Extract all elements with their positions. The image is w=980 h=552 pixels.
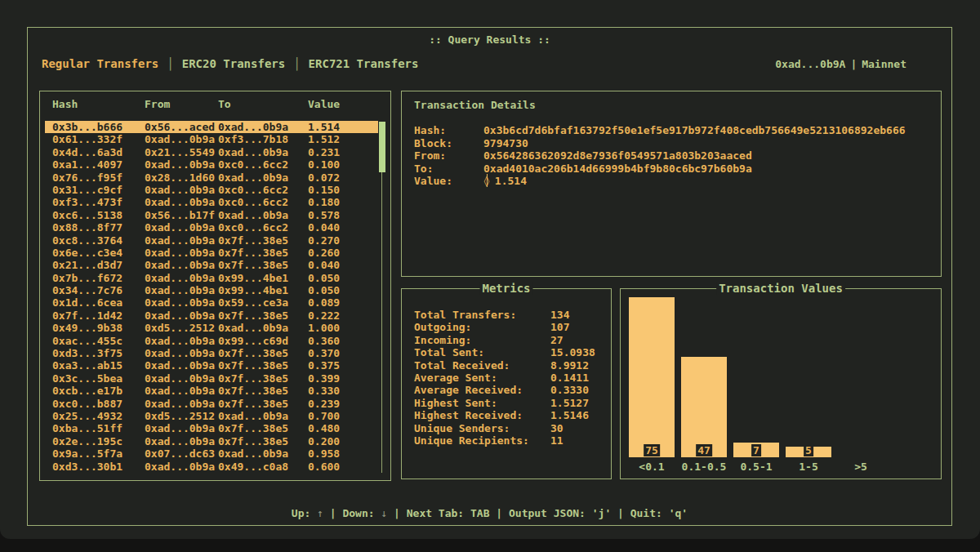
cell-from: 0x28...1d60 [145, 171, 218, 184]
tab-regular-transfers[interactable]: Regular Transfers [42, 57, 158, 70]
chart-title: Transaction Values [716, 282, 845, 295]
column-header-to: To [218, 98, 308, 110]
tab-erc721-transfers[interactable]: ERC721 Transfers [309, 57, 419, 70]
help-label: Next Tab: [407, 507, 470, 519]
metrics-panel: Metrics Total Transfers:134Outgoing:107I… [401, 288, 612, 479]
metric-row: Total Transfers:134 [414, 309, 604, 321]
table-row[interactable]: 0xa3...ab150xad...0b9a0x7f...38e50.375 [45, 359, 378, 372]
cell-hash: 0xa1...4097 [52, 158, 145, 171]
table-row[interactable]: 0x61...332f0xad...0b9a0xf3...7b181.512 [45, 133, 378, 145]
scrollbar[interactable] [379, 122, 385, 473]
help-bar: Up: ↑ | Down: ↓ | Next Tab: TAB | Output… [28, 507, 951, 519]
table-row[interactable]: 0x7b...f6720xad...0b9a0x99...4be10.050 [45, 272, 378, 284]
chart-x-label: <0.1 [626, 461, 678, 473]
table-row[interactable]: 0x21...d3d70xad...0b9a0x7f...38e50.040 [45, 259, 378, 271]
transfers-table-header: HashFromToValue [45, 98, 378, 110]
table-row[interactable]: 0x3c...5bea0xad...0b9a0x7f...38e50.399 [45, 372, 378, 385]
table-row[interactable]: 0x6e...c3e40xad...0b9a0x7f...38e50.260 [45, 247, 378, 259]
chart-x-label: 0.1-0.5 [678, 461, 730, 473]
cell-from: 0xad...0b9a [145, 184, 218, 196]
column-header-from: From [145, 98, 218, 110]
table-row[interactable]: 0x49...9b380xd5...25120xad...0b9a1.000 [45, 322, 378, 334]
table-row[interactable]: 0xcb...e17b0xad...0b9a0x7f...38e50.330 [45, 385, 378, 397]
metric-value: 134 [550, 309, 569, 321]
cell-value: 1.000 [308, 322, 378, 334]
metric-label: Average Received: [414, 384, 550, 396]
cell-hash: 0x9a...5f7a [52, 447, 145, 460]
metric-row: Highest Received:1.5146 [414, 409, 604, 421]
transfers-table-body[interactable]: 0x3b...b6660x56...aced0xad...0b9a1.5140x… [45, 121, 378, 473]
table-row[interactable]: 0x34...7c760xad...0b9a0x99...4be10.050 [45, 284, 378, 296]
table-row[interactable]: 0x9a...5f7a0x07...dc630xad...0b9a0.958 [45, 447, 378, 460]
detail-label: Hash: [414, 124, 483, 137]
eth-symbol-icon: ◊ [483, 175, 490, 188]
table-row[interactable]: 0xc6...51380x56...b17f0xad...0b9a0.578 [45, 209, 378, 221]
cell-to: 0x7f...38e5 [218, 309, 308, 322]
table-row[interactable]: 0x4d...6a3d0x21...55490xad...0b9a0.231 [45, 146, 378, 158]
cell-to: 0x7f...38e5 [218, 234, 308, 247]
help-key: 'j' [592, 507, 611, 519]
table-row[interactable]: 0xd3...3f750xad...0b9a0x7f...38e50.370 [45, 347, 378, 359]
scrollbar-thumb[interactable] [379, 122, 385, 172]
table-row[interactable]: 0x31...c9cf0xad...0b9a0xc0...6cc20.150 [45, 184, 378, 196]
cell-to: 0xad...0b9a [218, 121, 308, 133]
cell-hash: 0xc8...3764 [52, 234, 145, 247]
cell-value: 0.089 [308, 296, 378, 309]
cell-value: 0.040 [308, 221, 378, 234]
table-row[interactable]: 0x2e...195c0xad...0b9a0x7f...38e50.200 [45, 435, 378, 447]
cell-hash: 0x76...f95f [52, 171, 145, 184]
cell-from: 0xad...0b9a [145, 234, 218, 247]
detail-value: 0x3b6cd7d6bfaf163792f50e1ef5e917b972f408… [483, 124, 906, 137]
cell-value: 0.600 [308, 461, 378, 473]
cell-hash: 0x31...c9cf [52, 184, 145, 196]
chart-bar [629, 297, 675, 457]
cell-hash: 0x49...9b38 [52, 322, 145, 334]
chart-bar-slot: 75 [626, 297, 678, 457]
help-label: Output JSON: [509, 507, 592, 519]
table-row[interactable]: 0xc0...b8870xad...0b9a0x7f...38e50.239 [45, 398, 378, 410]
metric-label: Incoming: [414, 334, 550, 346]
metric-value: 27 [550, 334, 564, 346]
cell-value: 0.100 [308, 158, 378, 171]
table-row[interactable]: 0x3b...b6660x56...aced0xad...0b9a1.514 [45, 121, 378, 133]
help-separator: | [387, 507, 406, 519]
terminal-surface: :: Query Results :: Regular Transfers│ER… [0, 0, 980, 539]
metric-row: Highest Sent:1.5127 [414, 397, 604, 409]
help-separator: | [490, 507, 509, 519]
table-row[interactable]: 0xa1...40970xad...0b9a0xc0...6cc20.100 [45, 158, 378, 171]
cell-value: 0.072 [308, 171, 378, 184]
cell-hash: 0x61...332f [52, 133, 145, 145]
table-row[interactable]: 0x1d...6cea0xad...0b9a0x59...ce3a0.089 [45, 296, 378, 309]
cell-hash: 0xd3...30b1 [52, 461, 145, 473]
detail-value: 0x564286362092d8e7936f0549571a803b203aac… [483, 149, 752, 162]
table-row[interactable]: 0x25...49320xd5...25120xad...0b9a0.700 [45, 410, 378, 422]
table-row[interactable]: 0x76...f95f0x28...1d600xad...0b9a0.072 [45, 171, 378, 184]
table-row[interactable]: 0x7f...1d420xad...0b9a0x7f...38e50.222 [45, 309, 378, 322]
tab-erc20-transfers[interactable]: ERC20 Transfers [182, 57, 285, 70]
table-row[interactable]: 0xac...455c0xad...0b9a0x99...c69d0.360 [45, 335, 378, 347]
cell-from: 0xad...0b9a [145, 259, 218, 271]
table-row[interactable]: 0xba...51ff0xad...0b9a0x7f...38e50.480 [45, 422, 378, 434]
cell-from: 0xad...0b9a [145, 221, 218, 234]
cell-to: 0xc0...6cc2 [218, 221, 308, 234]
cell-from: 0xad...0b9a [145, 347, 218, 359]
cell-value: 0.360 [308, 335, 378, 347]
metric-value: 107 [550, 321, 569, 333]
cell-to: 0x7f...38e5 [218, 359, 308, 372]
metric-value: 11 [550, 434, 564, 447]
detail-field: Block:9794730 [414, 137, 933, 150]
metric-label: Highest Sent: [414, 397, 550, 409]
table-row[interactable]: 0x88...8f770xad...0b9a0xc0...6cc20.040 [45, 221, 378, 234]
table-row[interactable]: 0xd3...30b10xad...0b9a0x49...c0a80.600 [45, 461, 378, 473]
metric-value: 30 [550, 422, 564, 434]
cell-hash: 0x2e...195c [52, 435, 145, 447]
metric-row: Average Received:0.3330 [414, 384, 604, 396]
table-row[interactable]: 0xf3...473f0xad...0b9a0xc0...6cc20.180 [45, 196, 378, 208]
metric-label: Average Sent: [414, 372, 550, 384]
table-row[interactable]: 0xc8...37640xad...0b9a0x7f...38e50.270 [45, 234, 378, 247]
cell-to: 0x7f...38e5 [218, 247, 308, 259]
details-fields: Hash:0x3b6cd7d6bfaf163792f50e1ef5e917b97… [414, 124, 933, 188]
chart-bar [681, 357, 727, 457]
cell-value: 0.222 [308, 309, 378, 322]
tab-bar: Regular Transfers│ERC20 Transfers│ERC721… [42, 57, 418, 70]
